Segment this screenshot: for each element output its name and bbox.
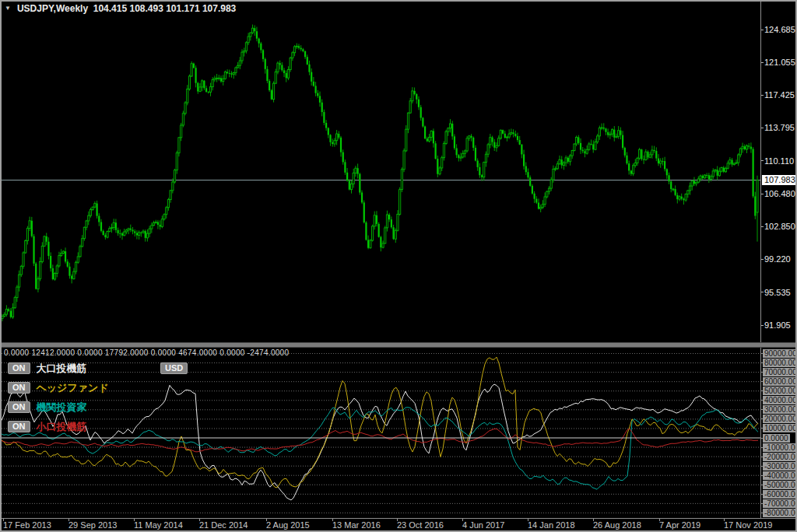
usd-currency-button[interactable]: USD	[160, 362, 188, 374]
indicator-axis-label: -20000.0000	[763, 453, 797, 461]
legend-label-hedge-funds: ヘッジファンド	[37, 382, 109, 394]
time-axis-label: 7 Apr 2019	[659, 520, 700, 530]
mt4-chart-window: 124.685121.055117.425113.795110.110106.4…	[0, 0, 797, 532]
indicator-axis-label: 80000.0000	[763, 359, 797, 367]
price-axis-tick	[761, 292, 764, 292]
time-axis-label: 29 Sep 2013	[68, 520, 117, 530]
indicator-axis-label: -30000.0000	[763, 462, 797, 471]
indicator-panel	[2, 348, 760, 518]
indicator-values: 0.0000 12412.0000 0.0000 17792.0000 0.00…	[4, 348, 289, 357]
price-axis-tick	[761, 325, 764, 326]
chart-symbol-period: USDJPY,Weekly	[17, 3, 88, 14]
price-axis-label: 91.905	[764, 320, 791, 330]
indicator-axis-label: 0.0000	[763, 434, 790, 443]
indicator-axis-label: -50000.0000	[763, 481, 797, 489]
price-axis-label: 124.685	[764, 25, 795, 34]
chart-title: ▼USDJPY,Weekly 104.415 108.493 101.171 1…	[5, 3, 236, 14]
legend-label-large-speculators: 大口投機筋	[37, 362, 87, 374]
indicator-axis-label: 20000.0000	[763, 415, 797, 423]
indicator-axis-label: -60000.0000	[763, 490, 797, 499]
indicator-axis-label: 10000.0000	[763, 424, 797, 432]
indicator-axis-label: 40000.0000	[763, 396, 797, 404]
indicator-axis-label: -70000.0000	[763, 499, 797, 508]
toggle-small-speculators-button[interactable]: ON	[8, 421, 30, 432]
price-axis-label: 113.795	[764, 123, 795, 132]
price-axis-tick	[761, 259, 764, 260]
legend-row-hedge-funds: ONヘッジファンド	[8, 382, 109, 394]
chart-ohlc-values: 104.415 108.493 101.171 107.983	[93, 3, 237, 14]
panel-separator[interactable]	[2, 342, 795, 348]
toggle-large-speculators-button[interactable]: ON	[8, 362, 30, 374]
price-axis-label: 99.220	[764, 254, 791, 264]
price-axis: 124.685121.055117.425113.795110.110106.4…	[761, 2, 795, 530]
toggle-hedge-funds-button[interactable]: ON	[8, 382, 30, 394]
line-small-speculators	[2, 429, 758, 451]
time-axis-label: 17 Nov 2019	[724, 520, 772, 530]
legend-row-institutional-investors: ON機関投資家	[8, 401, 87, 413]
time-axis-label: 2 Aug 2015	[266, 520, 310, 530]
price-axis-tick	[761, 128, 764, 128]
price-axis-label: 106.480	[764, 189, 795, 198]
price-axis-tick	[761, 95, 764, 96]
price-axis-tick	[761, 226, 764, 227]
legend-label-small-speculators: 小口投機筋	[37, 421, 87, 432]
price-axis-label: 102.850	[764, 222, 795, 231]
legend-row-small-speculators: ON小口投機筋	[8, 421, 87, 432]
current-price-badge: 107.983	[762, 175, 797, 185]
indicator-axis-label: 70000.0000	[763, 368, 797, 376]
indicator-axis-label: 30000.0000	[763, 405, 797, 414]
time-axis-label: 11 May 2014	[134, 520, 183, 530]
time-axis-label: 14 Jan 2018	[528, 520, 575, 530]
time-axis-label: 17 Feb 2013	[3, 520, 51, 530]
candlestick-series	[2, 25, 758, 322]
legend-label-institutional-investors: 機関投資家	[37, 401, 87, 413]
axis-separator-line	[760, 2, 761, 530]
indicator-axis-label: -40000.0000	[763, 471, 797, 480]
indicator-axis-label: 50000.0000	[763, 387, 797, 395]
price-axis-label: 117.425	[764, 90, 795, 100]
chart-dropdown-icon[interactable]: ▼	[5, 5, 11, 12]
toggle-institutional-investors-button[interactable]: ON	[8, 401, 30, 413]
price-axis-tick	[761, 160, 764, 161]
indicator-axis-label: -80000.0000	[763, 509, 797, 517]
time-axis-label: 4 Jun 2017	[462, 520, 504, 530]
time-axis-label: 13 Mar 2016	[332, 520, 381, 530]
legend-row-large-speculators: ON大口投機筋USD	[8, 362, 87, 374]
indicator-axis-label: 90000.0000	[763, 349, 797, 358]
indicator-axis-label: -10000.0000	[763, 443, 797, 452]
main-chart	[2, 2, 760, 342]
time-axis: 17 Feb 201329 Sep 201311 May 201421 Dec …	[2, 519, 795, 530]
price-axis-label: 121.055	[764, 58, 795, 67]
price-axis-tick	[761, 30, 764, 30]
time-axis-label: 21 Dec 2014	[199, 520, 248, 530]
line-hedge-funds	[2, 357, 758, 488]
price-axis-tick	[761, 194, 764, 194]
indicator-axis-label: 60000.0000	[763, 377, 797, 386]
price-axis-label: 95.535	[764, 288, 791, 297]
price-axis-label: 110.110	[764, 156, 794, 166]
time-axis-label: 23 Oct 2016	[397, 520, 444, 530]
time-axis-label: 26 Aug 2018	[593, 520, 641, 530]
price-axis-tick	[761, 62, 764, 63]
